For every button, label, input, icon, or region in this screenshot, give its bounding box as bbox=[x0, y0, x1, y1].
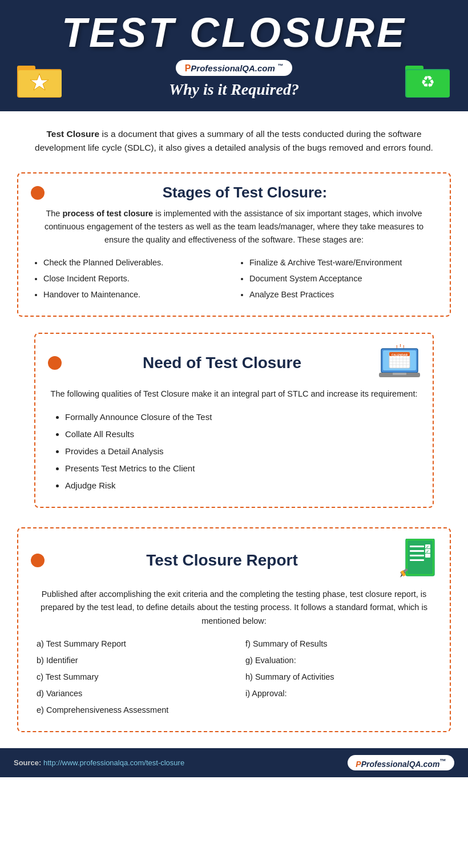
svg-rect-37 bbox=[425, 554, 430, 558]
intro-bold: Test Closure bbox=[46, 129, 99, 139]
source-url[interactable]: http://www.professionalqa.com/test-closu… bbox=[43, 758, 184, 767]
report-box: Test Closure Report ✓ ✓ bbox=[17, 527, 451, 732]
footer-logo: PProfessionalQA.com™ bbox=[348, 755, 454, 771]
svg-rect-26 bbox=[393, 373, 406, 375]
report-item: h) Summary of Activities bbox=[245, 669, 437, 685]
report-columns: a) Test Summary Report b) Identifier c) … bbox=[31, 636, 437, 718]
source-label: Source: bbox=[14, 758, 41, 767]
report-header: Test Closure Report ✓ ✓ bbox=[31, 539, 437, 582]
stages-intro: The process of test closure is implement… bbox=[31, 207, 437, 247]
folder-recycle-icon: ♻ bbox=[405, 61, 451, 101]
svg-rect-30 bbox=[410, 550, 424, 552]
need-section: Need of Test Closure CALENDAR bbox=[0, 327, 468, 518]
header: TEST CLOSURE PProfessionalQA.com ™ Why i… bbox=[0, 0, 468, 111]
report-item: f) Summary of Results bbox=[245, 636, 437, 652]
stages-columns: Check the Planned Deliverables. Close In… bbox=[31, 255, 437, 303]
report-item: d) Variances bbox=[37, 685, 228, 702]
footer: Source: http://www.professionalqa.com/te… bbox=[0, 748, 468, 778]
report-item: c) Test Summary bbox=[37, 669, 228, 685]
stages-col1: Check the Planned Deliverables. Close In… bbox=[31, 255, 231, 303]
stages-box: Stages of Test Closure: The process of t… bbox=[17, 172, 451, 317]
report-item: a) Test Summary Report bbox=[37, 636, 228, 652]
stages-header: Stages of Test Closure: bbox=[31, 184, 437, 201]
need-header: Need of Test Closure CALENDAR bbox=[48, 344, 420, 382]
stage-item: Document System Acceptance bbox=[249, 271, 437, 286]
stage-item: Handover to Maintenance. bbox=[43, 287, 231, 302]
stage-item: Close Incident Reports. bbox=[43, 271, 231, 286]
svg-rect-32 bbox=[410, 559, 424, 561]
need-list: Formally Announce Closure of the Test Co… bbox=[48, 409, 420, 494]
need-icon: CALENDAR ! ! ! bbox=[374, 344, 420, 382]
svg-text:!: ! bbox=[396, 344, 398, 349]
intro-text: Test Closure is a document that gives a … bbox=[34, 127, 434, 156]
logo-badge: PProfessionalQA.com ™ bbox=[176, 60, 293, 75]
need-box: Need of Test Closure CALENDAR bbox=[34, 333, 434, 508]
footer-source: Source: http://www.professionalqa.com/te… bbox=[14, 758, 184, 767]
svg-rect-29 bbox=[410, 546, 424, 547]
svg-text:!: ! bbox=[403, 344, 405, 349]
svg-text:✓: ✓ bbox=[426, 550, 429, 554]
report-col1: a) Test Summary Report b) Identifier c) … bbox=[31, 636, 228, 718]
need-item: Collate All Results bbox=[65, 426, 420, 443]
orange-dot-report bbox=[31, 554, 45, 567]
stages-col2: Finalize & Archive Test-ware/Environment… bbox=[237, 255, 437, 303]
header-subtitle: Why is it Required? bbox=[17, 80, 451, 99]
need-item: Provides a Detail Analysis bbox=[65, 443, 420, 460]
stages-title: Stages of Test Closure: bbox=[53, 184, 437, 201]
logo-text: PProfessionalQA.com ™ bbox=[185, 63, 284, 73]
svg-text:✓: ✓ bbox=[426, 545, 429, 549]
stage-item: Finalize & Archive Test-ware/Environment bbox=[249, 255, 437, 270]
report-section: Test Closure Report ✓ ✓ bbox=[0, 518, 468, 742]
intro-section: Test Closure is a document that gives a … bbox=[0, 111, 468, 167]
need-item: Presents Test Metrics to the Client bbox=[65, 460, 420, 477]
need-intro: The following qualities of Test Closure … bbox=[48, 387, 420, 401]
stage-item: Check the Planned Deliverables. bbox=[43, 255, 231, 270]
svg-rect-31 bbox=[410, 555, 424, 556]
report-title: Test Closure Report bbox=[53, 551, 392, 570]
svg-text:♻: ♻ bbox=[421, 73, 435, 91]
report-col2: f) Summary of Results g) Evaluation: h) … bbox=[240, 636, 437, 718]
stage-item: Analyze Best Practices bbox=[249, 287, 437, 302]
page-title: TEST CLOSURE bbox=[17, 10, 451, 55]
report-item: b) Identifier bbox=[37, 652, 228, 669]
orange-dot bbox=[31, 186, 45, 200]
report-item: g) Evaluation: bbox=[245, 652, 437, 669]
need-title: Need of Test Closure bbox=[70, 354, 374, 372]
folder-star-icon bbox=[17, 61, 63, 101]
report-item: i) Approval: bbox=[245, 685, 437, 702]
orange-dot-need bbox=[48, 356, 62, 370]
need-item: Adjudge Risk bbox=[65, 477, 420, 494]
report-intro: Published after accomplishing the exit c… bbox=[31, 588, 437, 628]
report-item: e) Comprehensiveness Assessment bbox=[37, 702, 228, 718]
svg-text:!: ! bbox=[400, 344, 401, 348]
need-item: Formally Announce Closure of the Test bbox=[65, 409, 420, 426]
report-icon: ✓ ✓ bbox=[392, 539, 437, 582]
stages-section: Stages of Test Closure: The process of t… bbox=[0, 167, 468, 327]
